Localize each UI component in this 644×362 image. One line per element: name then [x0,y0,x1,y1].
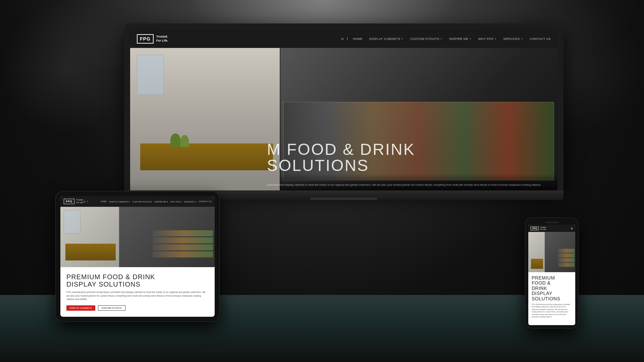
laptop-hero-cafe [130,48,280,190]
phone-hero [528,232,575,272]
tablet-navbar: FPG Trusted. For Life. in f HOME DISPLAY… [60,196,215,207]
facebook-icon[interactable]: f [347,37,348,41]
phone-screen: FPG Trusted. For Life. ≡ [528,225,575,325]
laptop-hero-sub: controlled food display cabinets to meet… [267,183,547,187]
phone-navbar: FPG Trusted. For Life. ≡ [528,225,575,232]
tablet-bezel: FPG Trusted. For Life. in f HOME DISPLAY… [55,191,220,322]
phone-menu-icon[interactable]: ≡ [571,227,573,230]
laptop-logo-tagline: Trusted. For Life. [156,35,168,43]
phone-shelf-3 [558,258,575,262]
phone-hero-counter [545,232,575,272]
tablet-nav-inspire[interactable]: INSPIRE ME ▾ [155,200,168,203]
linkedin-icon[interactable]: in [341,37,343,41]
tablet-device: FPG Trusted. For Life. in f HOME DISPLAY… [55,191,220,322]
tablet-nav-fitouts[interactable]: CUSTOM FITOUTS ▾ [132,200,152,203]
tablet-shelf-2 [153,237,213,243]
phone-shelves [558,249,575,270]
tablet-fitouts-btn[interactable]: CUSTOM FITOUTS [98,305,125,311]
phone-device: FPG Trusted. For Life. ≡ [525,218,579,328]
tablet-shelf-3 [153,244,213,250]
tablet-content: PREMIUM FOOD & DRINK DISPLAY SOLUTIONS F… [60,267,215,317]
tablet-heading: PREMIUM FOOD & DRINK DISPLAY SOLUTIONS [66,273,209,288]
laptop-screen-bezel: FPG Trusted. For Life. in f HOME DISPLAY… [124,23,564,190]
nav-display-cabinets[interactable]: DISPLAY CABINETS ▼ [369,37,404,41]
phone-logo-box: FPG [531,227,539,230]
phone-shelf-4 [558,263,575,267]
tablet-sub: FPG manufactures premium temperature-con… [66,291,209,301]
laptop-hero-text: M FOOD & DRINK SOLUTIONS [267,141,547,174]
tablet-nav-contact[interactable]: CONTACT US [199,200,211,203]
tablet-social: in f [84,200,88,203]
nav-why-fpg[interactable]: WHY FPG ▼ [478,37,497,41]
tablet-logo-box: FPG [64,199,74,204]
tablet-nav-home[interactable]: HOME [101,200,107,203]
laptop-logo-box: FPG [137,34,154,44]
tablet-logo-tagline: Trusted. For Life. [76,199,84,204]
laptop-nav-links: HOME DISPLAY CABINETS ▼ CUSTOM FITOUTS ▼… [353,37,551,41]
phone-shelf-2 [558,253,575,257]
tablet-shelf-1 [153,230,213,236]
tablet-display-btn[interactable]: DISPLAY CABINETS [66,305,95,311]
nav-inspire-me[interactable]: INSPIRE ME ▼ [449,37,471,41]
tablet-nav-cabinets[interactable]: DISPLAY CABINETS ▾ [109,200,130,203]
tablet-shelves [153,230,213,264]
laptop-screen: FPG Trusted. For Life. in f HOME DISPLAY… [130,29,557,190]
phone-notch-pill [545,222,558,223]
laptop-social-links: in f [341,37,348,41]
tablet-linkedin[interactable]: in [84,200,85,203]
phone-sub: FPG manufactures premium temperature-con… [532,303,572,318]
nav-services[interactable]: SERVICES ▼ [503,37,523,41]
tablet-nav-services[interactable]: SERVICES ▾ [184,200,196,203]
phone-logo-tagline: Trusted. For Life. [540,226,546,231]
tablet-nav-links: HOME DISPLAY CABINETS ▾ CUSTOM FITOUTS ▾… [101,200,211,203]
laptop-logo: FPG Trusted. For Life. [137,34,168,44]
laptop-hero-heading: M FOOD & DRINK SOLUTIONS [267,141,547,174]
laptop-hero: M FOOD & DRINK SOLUTIONS controlled food… [130,48,557,190]
tablet-nav-why[interactable]: WHY FPG ▾ [170,200,181,203]
phone-heading: PREMIUM FOOD & DRINK DISPLAY SOLUTIONS [532,276,572,301]
laptop-device: FPG Trusted. For Life. in f HOME DISPLAY… [124,23,564,200]
phone-hero-cafe [528,232,545,272]
phone-notch [528,221,575,224]
phone-shelf-1 [558,249,575,253]
tablet-buttons: DISPLAY CABINETS CUSTOM FITOUTS [66,305,209,311]
tablet-hero-counter [119,207,215,267]
tablet-hero [60,207,215,267]
nav-contact-us[interactable]: CONTACT US [530,37,551,41]
tablet-shelf-4 [153,251,213,257]
nav-custom-fitouts[interactable]: CUSTOM FITOUTS ▼ [410,37,442,41]
tablet-facebook[interactable]: f [87,200,88,203]
phone-bezel: FPG Trusted. For Life. ≡ [525,218,579,328]
tablet-screen: FPG Trusted. For Life. in f HOME DISPLAY… [60,196,215,317]
laptop-logo-text: FPG [140,36,151,42]
glow-left [0,0,134,134]
phone-content: PREMIUM FOOD & DRINK DISPLAY SOLUTIONS F… [528,272,575,322]
laptop-navbar: FPG Trusted. For Life. in f HOME DISPLAY… [130,29,557,48]
tablet-hero-cafe [60,207,119,267]
nav-home[interactable]: HOME [353,37,363,41]
